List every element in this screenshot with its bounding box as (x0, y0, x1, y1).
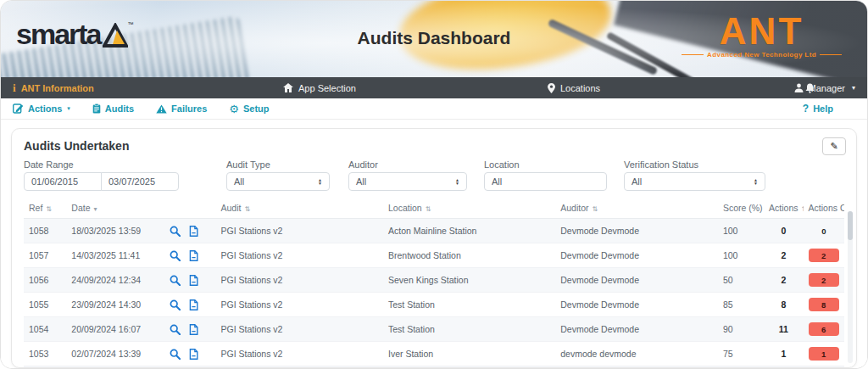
cell-score: 100 (718, 243, 764, 268)
verification-status-label: Verification Status (624, 159, 765, 170)
cell-date: 18/03/2025 13:59 (66, 219, 164, 243)
locations-link[interactable]: Locations (548, 83, 600, 93)
location-input[interactable] (484, 172, 607, 191)
view-audit-button[interactable] (170, 324, 181, 335)
filter-location: Location (484, 159, 607, 191)
app-selection-label: App Selection (298, 83, 356, 93)
filter-auditor: Auditor All ▲▼ (348, 159, 467, 191)
table-row[interactable]: 1055 23/09/2024 14:30 PGI Stations v2 Te… (24, 293, 844, 317)
view-audit-button[interactable] (170, 275, 181, 286)
table-row[interactable]: 1054 20/09/2024 16:07 PGI Stations v2 Te… (24, 317, 844, 342)
date-to-input[interactable] (101, 172, 179, 191)
col-header-score[interactable]: Score (%)▾ (718, 198, 764, 219)
warning-triangle-icon (156, 104, 167, 114)
col-header-audit[interactable]: Audit⇅ (216, 198, 383, 219)
chevron-down-icon: ▾ (852, 84, 855, 92)
table-row[interactable]: 1052 02/07/2024 13:27 PGI Stations v2 Te… (24, 366, 844, 369)
view-audit-button[interactable] (170, 299, 181, 310)
scrollbar-thumb[interactable] (848, 211, 853, 240)
cell-location: Acton Mainline Station (383, 219, 555, 243)
cell-actions: 8 (764, 293, 803, 317)
menu-actions[interactable]: Actions ▾ (13, 103, 70, 114)
cell-actions: 1 (764, 342, 803, 366)
chevron-down-icon: ▾ (67, 105, 70, 112)
cell-ref: 1055 (24, 293, 66, 317)
edit-button[interactable]: ✎ (822, 137, 846, 155)
table-row[interactable]: 1053 02/07/2024 13:39 PGI Stations v2 Iv… (24, 342, 844, 366)
table-row[interactable]: 1057 14/03/2025 11:41 PGI Stations v2 Br… (24, 243, 844, 268)
cell-tools (164, 243, 215, 268)
verification-status-select[interactable]: All ▲▼ (624, 172, 765, 191)
magnifier-icon (170, 299, 181, 310)
auditor-label: Auditor (348, 159, 467, 170)
menu-bar: Actions ▾ Audits Failures ⚙ Setup (1, 98, 867, 120)
cell-actions: 4 (764, 366, 803, 369)
trademark: ™ (128, 21, 134, 27)
menu-audits[interactable]: Audits (92, 103, 134, 114)
menu-failures[interactable]: Failures (156, 103, 207, 114)
pencil-icon: ✎ (830, 141, 837, 152)
file-icon (189, 349, 198, 360)
menu-setup[interactable]: ⚙ Setup (229, 103, 269, 115)
cell-score: 100 (718, 219, 764, 243)
cell-date: 02/07/2024 13:27 (66, 366, 164, 369)
cell-location: Test Station (383, 317, 555, 342)
actions-os-badge: 2 (809, 273, 839, 287)
magnifier-icon (170, 324, 181, 335)
view-audit-button[interactable] (170, 226, 181, 237)
view-audit-button[interactable] (170, 349, 181, 360)
cell-location: Brentwood Station (383, 243, 555, 268)
cell-audit: PGI Stations v2 (216, 243, 383, 268)
cell-date: 14/03/2025 11:41 (66, 243, 164, 268)
sort-desc-icon: ▾ (94, 205, 97, 213)
date-range-label: Date Range (24, 159, 179, 170)
menu-audits-label: Audits (105, 103, 134, 114)
col-header-actions[interactable]: Actions⇅ (764, 198, 803, 219)
cell-actions-os: 1 (804, 342, 844, 366)
table-row[interactable]: 1056 24/09/2024 12:34 PGI Stations v2 Se… (24, 268, 844, 293)
table-row[interactable]: 1058 18/03/2025 13:59 PGI Stations v2 Ac… (24, 219, 844, 243)
report-file-button[interactable] (189, 324, 198, 335)
menu-help[interactable]: ? Help (803, 103, 833, 115)
ant-information-link[interactable]: i ANT Information (13, 81, 94, 95)
cell-score: 85 (718, 293, 764, 317)
audit-type-select[interactable]: All ▲▼ (226, 172, 330, 191)
report-file-button[interactable] (189, 299, 198, 310)
menu-help-label: Help (813, 103, 833, 114)
cell-score: 50 (718, 268, 764, 293)
location-pin-icon (548, 83, 555, 93)
app-selection-link[interactable]: App Selection (283, 83, 356, 93)
user-menu[interactable]: Manager ▾ (794, 83, 855, 93)
auditor-select[interactable]: All ▲▼ (348, 172, 467, 191)
cell-ref: 1056 (24, 268, 66, 293)
banner: smarta ™ Audits Dashboard ANT Advanced N… (1, 1, 867, 77)
date-from-input[interactable] (24, 172, 102, 191)
col-header-auditor[interactable]: Auditor⇅ (555, 198, 718, 219)
cell-actions-os: 8 (804, 293, 844, 317)
cell-ref: 1057 (24, 243, 66, 268)
question-icon: ? (803, 103, 809, 115)
file-icon (189, 275, 198, 286)
cell-auditor: Devmode Devmode (555, 219, 718, 243)
view-audit-button[interactable] (170, 250, 181, 261)
table-scrollbar[interactable] (848, 211, 853, 363)
col-header-date[interactable]: Date▾ (66, 198, 164, 219)
home-icon (283, 83, 293, 92)
ant-information-label: ANT Information (21, 83, 94, 93)
report-file-button[interactable] (189, 226, 198, 237)
cell-actions: 2 (764, 268, 803, 293)
cell-ref: 1052 (24, 366, 66, 369)
select-arrows-icon: ▲▼ (318, 178, 322, 185)
report-file-button[interactable] (189, 275, 198, 286)
col-header-location[interactable]: Location⇅ (383, 198, 555, 219)
col-header-actions-os[interactable]: Actions O/S⇅ (804, 198, 844, 219)
filter-verification-status: Verification Status All ▲▼ (624, 159, 765, 191)
app-window: smarta ™ Audits Dashboard ANT Advanced N… (0, 0, 868, 369)
cell-actions: 2 (764, 243, 803, 268)
col-header-ref[interactable]: Ref⇅ (24, 198, 66, 219)
report-file-button[interactable] (189, 349, 198, 360)
cell-tools (164, 342, 215, 366)
user-label: Manager (809, 83, 845, 93)
ant-logo: ANT Advanced New Technology Ltd (682, 13, 842, 59)
report-file-button[interactable] (189, 250, 198, 261)
